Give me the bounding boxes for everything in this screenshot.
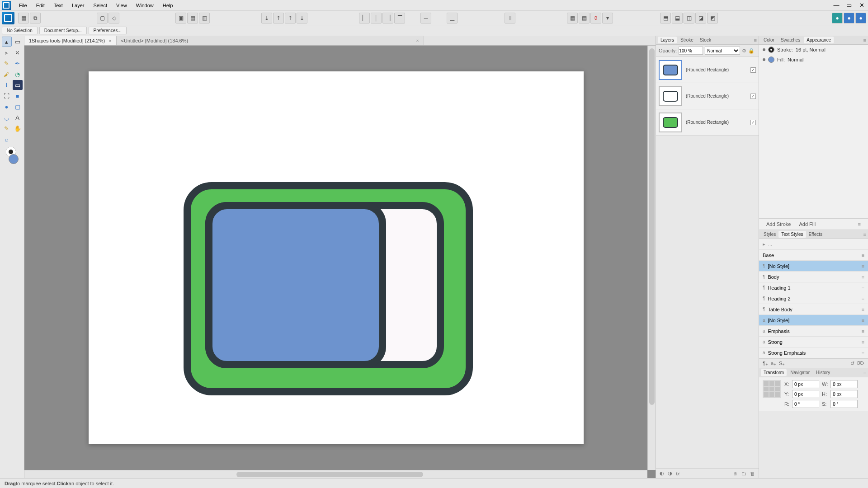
document-tab-active[interactable]: 1Shapes tools [Modified] (214.2%) × (24, 36, 117, 45)
vertical-scrollbar-thumb[interactable] (649, 48, 655, 405)
layer-options-icon[interactable]: ⚙ (742, 48, 746, 54)
artboard-tool[interactable]: ▭ (13, 37, 23, 47)
align-bottom-icon[interactable]: ▁ (447, 13, 458, 23)
item-menu-icon[interactable]: ≡ (862, 318, 864, 323)
arrange-back-icon[interactable]: ⤓ (261, 13, 272, 23)
fill-tool[interactable]: ◔ (13, 69, 23, 79)
vertical-scrollbar[interactable] (647, 46, 656, 470)
item-menu-icon[interactable]: ≡ (862, 285, 864, 291)
tab-navigator[interactable]: Navigator (788, 369, 812, 376)
item-menu-icon[interactable]: ≡ (862, 274, 864, 280)
horizontal-scrollbar[interactable] (24, 470, 647, 478)
y-input[interactable] (792, 390, 819, 398)
appearance-stroke-row[interactable]: Stroke: 16 pt, Normal (759, 45, 868, 55)
account-icon[interactable]: ● (832, 13, 843, 23)
item-menu-icon[interactable]: ≡ (862, 350, 864, 356)
menu-text[interactable]: Text (49, 1, 67, 10)
close-button[interactable]: ✕ (855, 0, 868, 10)
layer-lock-icon[interactable]: 🔒 (748, 48, 755, 54)
tab-text-styles[interactable]: Text Styles (778, 231, 806, 238)
menu-edit[interactable]: Edit (32, 1, 49, 10)
align-right-icon[interactable]: ▕ (382, 13, 393, 23)
tab-history[interactable]: History (813, 369, 833, 376)
text-styles-breadcrumb[interactable]: ▸... (759, 239, 868, 250)
document-setup-button[interactable]: Document Setup... (39, 27, 87, 34)
layer-visibility-checkbox[interactable] (750, 94, 756, 99)
mask-icon[interactable]: ◐ (660, 470, 664, 476)
add-group-icon[interactable]: 🗀 (741, 471, 746, 476)
add-fill-button[interactable]: Add Fill (799, 221, 816, 227)
shape-tool[interactable]: ■ (13, 91, 23, 101)
align-top-icon[interactable]: ▔ (394, 13, 405, 23)
document-tab-inactive[interactable]: <Untitled> [Modified] (134.6%) × (117, 36, 424, 45)
panel-menu-icon[interactable]: ≡ (863, 38, 866, 43)
brush-tool[interactable]: 🖌 (2, 69, 12, 79)
blend-mode-select[interactable]: Normal (705, 47, 740, 55)
new-char-style-icon[interactable]: a₊ (771, 361, 776, 366)
open-doc-icon[interactable]: ◇ (108, 13, 119, 23)
magnet-icon[interactable]: ⧲ (590, 13, 601, 23)
snap-axis-icon[interactable]: ▥ (199, 13, 210, 23)
pan-tool[interactable]: ✋ (13, 123, 23, 133)
text-style-item[interactable]: a[No Style]≡ (759, 315, 868, 326)
dropdown-icon[interactable]: ▾ (602, 13, 613, 23)
boolean-subtract-icon[interactable]: ⬓ (672, 13, 683, 23)
menu-view[interactable]: View (112, 1, 132, 10)
align-left-icon[interactable]: ▏ (359, 13, 370, 23)
menu-select[interactable]: Select (89, 1, 112, 10)
text-style-item[interactable]: ¶Heading 1≡ (759, 282, 868, 293)
layer-visibility-checkbox[interactable] (750, 67, 756, 73)
tab-color[interactable]: Color (761, 37, 777, 43)
rounded-rect-tool[interactable]: ▢ (13, 102, 23, 112)
delete-style-icon[interactable]: ⌦ (857, 361, 864, 366)
layer-item[interactable]: (Rounded Rectangle) (656, 83, 759, 109)
move-tool[interactable]: ▴ (2, 37, 12, 47)
menu-layer[interactable]: Layer (67, 1, 89, 10)
help-icon[interactable]: ● (855, 13, 866, 23)
pencil-tool[interactable]: ✎ (2, 58, 12, 68)
new-group-style-icon[interactable]: S₊ (779, 361, 785, 366)
tab-swatches[interactable]: Swatches (778, 37, 803, 43)
boolean-divide-icon[interactable]: ◩ (707, 13, 718, 23)
color-indicator[interactable] (3, 147, 21, 165)
fx-icon[interactable]: fx (676, 471, 680, 476)
tab-styles[interactable]: Styles (761, 231, 778, 238)
pen-tool[interactable]: ✒ (13, 58, 23, 68)
s-input[interactable] (830, 400, 858, 408)
crop-tool[interactable]: ⛶ (2, 91, 12, 101)
shape-rounded-rect-blue[interactable] (205, 202, 386, 368)
add-layer-icon[interactable]: 🗎 (733, 471, 738, 476)
text-style-item[interactable]: ¶Body≡ (759, 272, 868, 282)
tab-transform[interactable]: Transform (761, 369, 787, 376)
adjustment-icon[interactable]: ◑ (668, 470, 672, 476)
eyedropper-tool[interactable]: ✎ (2, 123, 12, 133)
store-icon[interactable]: ● (844, 13, 854, 23)
item-menu-icon[interactable]: ≡ (862, 263, 864, 269)
h-input[interactable] (830, 390, 858, 398)
canvas[interactable] (24, 46, 647, 470)
maximize-button[interactable]: ▭ (843, 0, 855, 10)
menu-help[interactable]: Help (158, 1, 178, 10)
layer-item[interactable]: (Rounded Rectangle) (656, 57, 759, 83)
text-style-item[interactable]: ¶Heading 2≡ (759, 293, 868, 304)
fill-swatch-icon[interactable] (768, 56, 774, 63)
boolean-intersect-icon[interactable]: ◫ (684, 13, 694, 23)
grid-b-icon[interactable]: ▤ (579, 13, 590, 23)
distribute-icon[interactable]: ⫴ (505, 13, 515, 23)
minimize-button[interactable]: — (830, 0, 843, 10)
item-menu-icon[interactable]: ≡ (862, 339, 864, 345)
tab-appearance[interactable]: Appearance (804, 37, 834, 43)
pixel-persona-icon[interactable]: ▦ (18, 13, 29, 23)
panel-menu-icon[interactable]: ≡ (754, 38, 757, 43)
w-input[interactable] (830, 380, 858, 388)
panel-menu-icon[interactable]: ≡ (858, 221, 861, 227)
arrange-front-icon[interactable]: ⤓ (297, 13, 307, 23)
item-menu-icon[interactable]: ≡ (862, 253, 864, 258)
corner-tool[interactable]: ⤬ (13, 47, 23, 57)
horizontal-scrollbar-thumb[interactable] (236, 472, 423, 477)
text-style-base[interactable]: Base ≡ (759, 250, 868, 261)
r-input[interactable] (792, 400, 819, 408)
arrange-forward-icon[interactable]: ⤒ (285, 13, 296, 23)
close-tab-icon[interactable]: × (416, 38, 419, 43)
appearance-fill-row[interactable]: Fill: Normal (759, 55, 868, 65)
